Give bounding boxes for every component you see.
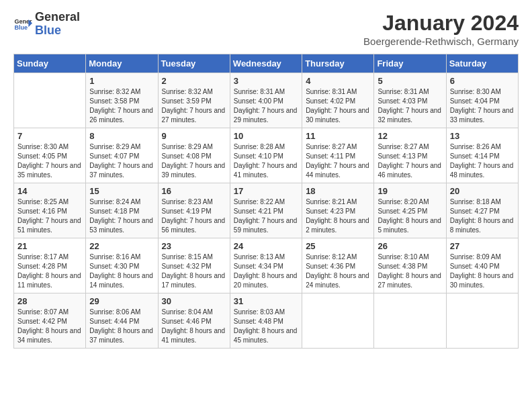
day-number: 6 bbox=[450, 76, 515, 86]
week-row-4: 21Sunrise: 8:17 AMSunset: 4:28 PMDayligh… bbox=[14, 238, 519, 293]
calendar-cell: 8Sunrise: 8:29 AMSunset: 4:07 PMDaylight… bbox=[86, 128, 158, 183]
cell-content: Sunrise: 8:26 AMSunset: 4:14 PMDaylight:… bbox=[450, 142, 515, 180]
cell-content: Sunrise: 8:31 AMSunset: 4:02 PMDaylight:… bbox=[306, 87, 370, 125]
calendar-cell: 13Sunrise: 8:26 AMSunset: 4:14 PMDayligh… bbox=[446, 128, 518, 183]
calendar-cell: 19Sunrise: 8:20 AMSunset: 4:25 PMDayligh… bbox=[374, 183, 446, 238]
calendar-cell: 5Sunrise: 8:31 AMSunset: 4:03 PMDaylight… bbox=[374, 73, 446, 128]
calendar-cell: 6Sunrise: 8:30 AMSunset: 4:04 PMDaylight… bbox=[446, 73, 518, 128]
calendar-cell: 18Sunrise: 8:21 AMSunset: 4:23 PMDayligh… bbox=[302, 183, 374, 238]
calendar-cell: 24Sunrise: 8:13 AMSunset: 4:34 PMDayligh… bbox=[230, 238, 302, 293]
calendar-cell: 22Sunrise: 8:16 AMSunset: 4:30 PMDayligh… bbox=[86, 238, 158, 293]
day-number: 1 bbox=[89, 76, 154, 86]
svg-text:Blue: Blue bbox=[14, 24, 28, 31]
day-number: 28 bbox=[17, 296, 82, 306]
cell-content: Sunrise: 8:04 AMSunset: 4:46 PMDaylight:… bbox=[162, 308, 226, 345]
calendar-cell: 3Sunrise: 8:31 AMSunset: 4:00 PMDaylight… bbox=[230, 73, 302, 128]
day-number: 20 bbox=[450, 186, 515, 196]
day-number: 24 bbox=[234, 241, 298, 251]
location-title: Boergerende-Rethwisch, Germany bbox=[363, 36, 519, 47]
logo-blue-text: Blue bbox=[35, 24, 80, 38]
cell-content: Sunrise: 8:16 AMSunset: 4:30 PMDaylight:… bbox=[89, 253, 154, 290]
day-number: 30 bbox=[162, 296, 226, 306]
calendar-header-row: SundayMondayTuesdayWednesdayThursdayFrid… bbox=[14, 54, 519, 73]
calendar-cell: 14Sunrise: 8:25 AMSunset: 4:16 PMDayligh… bbox=[14, 183, 86, 238]
cell-content: Sunrise: 8:24 AMSunset: 4:18 PMDaylight:… bbox=[89, 197, 154, 235]
cell-content: Sunrise: 8:17 AMSunset: 4:28 PMDaylight:… bbox=[17, 253, 82, 290]
calendar-cell: 23Sunrise: 8:15 AMSunset: 4:32 PMDayligh… bbox=[158, 238, 230, 293]
day-number: 8 bbox=[89, 131, 154, 141]
cell-content: Sunrise: 8:30 AMSunset: 4:04 PMDaylight:… bbox=[450, 87, 515, 125]
day-header-thursday: Thursday bbox=[302, 54, 374, 73]
calendar-cell: 9Sunrise: 8:29 AMSunset: 4:08 PMDaylight… bbox=[158, 128, 230, 183]
day-number: 18 bbox=[306, 186, 370, 196]
cell-content: Sunrise: 8:28 AMSunset: 4:10 PMDaylight:… bbox=[234, 142, 298, 180]
cell-content: Sunrise: 8:27 AMSunset: 4:13 PMDaylight:… bbox=[378, 142, 442, 180]
day-number: 5 bbox=[378, 76, 442, 86]
day-header-monday: Monday bbox=[86, 54, 158, 73]
day-number: 7 bbox=[17, 131, 82, 141]
day-number: 25 bbox=[306, 241, 370, 251]
month-title: January 2024 bbox=[363, 11, 519, 36]
day-number: 2 bbox=[162, 76, 226, 86]
day-number: 26 bbox=[378, 241, 442, 251]
day-header-friday: Friday bbox=[374, 54, 446, 73]
day-number: 16 bbox=[162, 186, 226, 196]
cell-content: Sunrise: 8:07 AMSunset: 4:42 PMDaylight:… bbox=[17, 308, 82, 345]
cell-content: Sunrise: 8:27 AMSunset: 4:11 PMDaylight:… bbox=[306, 142, 370, 180]
calendar-cell: 10Sunrise: 8:28 AMSunset: 4:10 PMDayligh… bbox=[230, 128, 302, 183]
cell-content: Sunrise: 8:22 AMSunset: 4:21 PMDaylight:… bbox=[234, 197, 298, 235]
title-area: January 2024 Boergerende-Rethwisch, Germ… bbox=[363, 11, 519, 47]
day-header-wednesday: Wednesday bbox=[230, 54, 302, 73]
calendar-cell: 28Sunrise: 8:07 AMSunset: 4:42 PMDayligh… bbox=[14, 293, 86, 349]
day-number: 9 bbox=[162, 131, 226, 141]
calendar-cell: 12Sunrise: 8:27 AMSunset: 4:13 PMDayligh… bbox=[374, 128, 446, 183]
cell-content: Sunrise: 8:03 AMSunset: 4:48 PMDaylight:… bbox=[234, 308, 298, 345]
calendar-cell: 26Sunrise: 8:10 AMSunset: 4:38 PMDayligh… bbox=[374, 238, 446, 293]
day-number: 27 bbox=[450, 241, 515, 251]
week-row-3: 14Sunrise: 8:25 AMSunset: 4:16 PMDayligh… bbox=[14, 183, 519, 238]
day-number: 21 bbox=[17, 241, 82, 251]
cell-content: Sunrise: 8:10 AMSunset: 4:38 PMDaylight:… bbox=[378, 253, 442, 290]
logo-icon: General Blue bbox=[13, 15, 32, 34]
day-number: 11 bbox=[306, 131, 370, 141]
cell-content: Sunrise: 8:18 AMSunset: 4:27 PMDaylight:… bbox=[450, 197, 515, 235]
day-header-sunday: Sunday bbox=[14, 54, 86, 73]
calendar-cell: 31Sunrise: 8:03 AMSunset: 4:48 PMDayligh… bbox=[230, 293, 302, 349]
cell-content: Sunrise: 8:13 AMSunset: 4:34 PMDaylight:… bbox=[234, 253, 298, 290]
day-number: 22 bbox=[89, 241, 154, 251]
calendar-cell: 1Sunrise: 8:32 AMSunset: 3:58 PMDaylight… bbox=[86, 73, 158, 128]
calendar-cell: 7Sunrise: 8:30 AMSunset: 4:05 PMDaylight… bbox=[14, 128, 86, 183]
cell-content: Sunrise: 8:31 AMSunset: 4:03 PMDaylight:… bbox=[378, 87, 442, 125]
logo-text: General Blue bbox=[35, 11, 80, 38]
week-row-5: 28Sunrise: 8:07 AMSunset: 4:42 PMDayligh… bbox=[14, 293, 519, 349]
calendar-cell: 29Sunrise: 8:06 AMSunset: 4:44 PMDayligh… bbox=[86, 293, 158, 349]
week-row-1: 1Sunrise: 8:32 AMSunset: 3:58 PMDaylight… bbox=[14, 73, 519, 128]
day-number: 13 bbox=[450, 131, 515, 141]
day-number: 29 bbox=[89, 296, 154, 306]
day-header-tuesday: Tuesday bbox=[158, 54, 230, 73]
day-number: 23 bbox=[162, 241, 226, 251]
cell-content: Sunrise: 8:12 AMSunset: 4:36 PMDaylight:… bbox=[306, 253, 370, 290]
day-number: 15 bbox=[89, 186, 154, 196]
calendar-cell: 21Sunrise: 8:17 AMSunset: 4:28 PMDayligh… bbox=[14, 238, 86, 293]
logo-general-text: General bbox=[35, 11, 80, 24]
cell-content: Sunrise: 8:29 AMSunset: 4:08 PMDaylight:… bbox=[162, 142, 226, 180]
header: General Blue General Blue January 2024 B… bbox=[13, 11, 519, 47]
day-number: 4 bbox=[306, 76, 370, 86]
day-number: 17 bbox=[234, 186, 298, 196]
day-number: 19 bbox=[378, 186, 442, 196]
day-number: 3 bbox=[234, 76, 298, 86]
calendar-cell: 15Sunrise: 8:24 AMSunset: 4:18 PMDayligh… bbox=[86, 183, 158, 238]
cell-content: Sunrise: 8:09 AMSunset: 4:40 PMDaylight:… bbox=[450, 253, 515, 290]
week-row-2: 7Sunrise: 8:30 AMSunset: 4:05 PMDaylight… bbox=[14, 128, 519, 183]
calendar-cell bbox=[374, 293, 446, 349]
cell-content: Sunrise: 8:32 AMSunset: 3:59 PMDaylight:… bbox=[162, 87, 226, 125]
day-number: 10 bbox=[234, 131, 298, 141]
calendar-body: 1Sunrise: 8:32 AMSunset: 3:58 PMDaylight… bbox=[14, 73, 519, 349]
calendar-cell: 11Sunrise: 8:27 AMSunset: 4:11 PMDayligh… bbox=[302, 128, 374, 183]
day-number: 31 bbox=[234, 296, 298, 306]
cell-content: Sunrise: 8:23 AMSunset: 4:19 PMDaylight:… bbox=[162, 197, 226, 235]
day-number: 12 bbox=[378, 131, 442, 141]
calendar-cell: 16Sunrise: 8:23 AMSunset: 4:19 PMDayligh… bbox=[158, 183, 230, 238]
cell-content: Sunrise: 8:32 AMSunset: 3:58 PMDaylight:… bbox=[89, 87, 154, 125]
